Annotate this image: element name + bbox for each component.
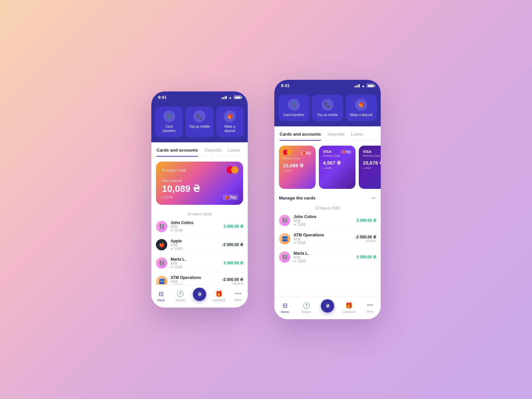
phone-small-screen: 9:41 ▲ 💱 Card transfers (151, 91, 248, 308)
history-icon: 🕐 (177, 290, 184, 298)
nav-more-large[interactable]: ••• More (359, 302, 381, 313)
txn-sub: ATM•• *2345 (294, 219, 353, 226)
battery-icon-large (367, 84, 374, 87)
make-deposit-btn-large[interactable]: 🎁 Make a deposit (346, 95, 377, 121)
txn-amount: 2 000.00 ₴ (223, 224, 243, 229)
phone-small: 9:41 ▲ 💱 Card transfers (151, 91, 248, 308)
home-icon-large: ⊟ (283, 302, 288, 309)
visa-icon-mini2: VISA (323, 150, 332, 154)
card-mini-num-2: •• 3489 (323, 167, 351, 170)
nav-home-small[interactable]: ⊟ Home (151, 290, 171, 302)
top-up-mobile-btn-small[interactable]: 📞 Top up mobile (186, 106, 213, 137)
tab-deposits-large[interactable]: Deposits (328, 132, 344, 141)
card-transfers-btn-small[interactable]: 💱 Card transfers (155, 106, 183, 137)
nav-history-large[interactable]: 🕐 History (296, 302, 317, 314)
top-up-mobile-icon-large: 📞 (322, 99, 333, 111)
tab-loans-small[interactable]: Loans (228, 148, 240, 157)
make-deposit-label-large: Make a deposit (350, 113, 372, 117)
txn-amount: 2 000.00 ₴ (356, 255, 376, 259)
table-row: 🍎 Apple ATM•• *2345 -2 000.00 ₴ (156, 236, 243, 254)
payments-fab-large[interactable]: ₴ (321, 299, 334, 313)
txn-name: ATM Operations (294, 233, 352, 237)
tab-deposits-small[interactable]: Deposits (204, 148, 221, 157)
table-row: 🏧 ATM Operations ATM•• *2345 -2 000.00 ₴… (156, 272, 243, 285)
applepay-mini1: 🍎Pay (301, 151, 312, 155)
nav-more-small[interactable]: ••• More (228, 290, 248, 302)
nav-cashback-large[interactable]: 🎁 Cashback (338, 302, 359, 314)
txn-amount-value: -2 000.00 ₴ (222, 242, 243, 247)
payments-fab[interactable]: ₴ (193, 288, 206, 301)
card-large-small[interactable]: Premium Gold Card balance 10,089 ₴ •• 27… (156, 162, 243, 205)
card-balance-amount-small: 10,089 ₴ (162, 183, 237, 194)
make-deposit-icon-large: 🎁 (355, 99, 367, 111)
signal-icon (221, 96, 227, 99)
card-mini-amount-1: 10,089 ₴ (283, 163, 312, 169)
txn-amount-value: 2 000.00 ₴ (356, 218, 376, 223)
nav-history-small[interactable]: 🕐 History (171, 290, 190, 302)
txn-info: John Colins ATM•• *2345 (294, 214, 353, 226)
txn-amount-sub: -39,99 £ (355, 239, 376, 243)
card-mini-amount-2: 4,567 ₴ (323, 160, 351, 166)
card-mini-label-2: Premium Gold (323, 154, 351, 157)
txn-sub: ATM•• *2749 (171, 225, 220, 232)
nav-home-label: Home (157, 299, 165, 302)
card-mini-2[interactable]: VISA 🍎Pay Premium Gold 4,567 ₴ •• 3489 (319, 146, 355, 189)
date-separator-small: 10 March 2020 (151, 209, 248, 217)
nav-cashback-label-large: Cashback (342, 310, 355, 314)
card-mini-label-1: Premium Gold (283, 157, 312, 160)
transaction-list-small: 💱 John Colins ATM•• *2749 2 000.00 ₴ 🍎 (151, 217, 248, 285)
manage-cards-row[interactable]: Manage the cards → (274, 192, 381, 203)
table-row: 💱 Marta L. ATM•• *2345 2 000.00 ₴ (156, 254, 243, 272)
make-deposit-label-small: Make a deposit (219, 124, 240, 133)
more-icon-large: ••• (367, 302, 373, 309)
tab-cards-accounts-large[interactable]: Cards and accounts (280, 132, 321, 141)
visa-icon-mini3: VISA (363, 150, 371, 154)
nav-payments-small[interactable]: ₴ (190, 288, 209, 304)
status-icons-large: ▲ (354, 84, 374, 88)
top-up-mobile-label-large: Top up mobile (317, 113, 338, 117)
nav-home-large[interactable]: ⊟ Home (274, 302, 296, 314)
card-balance-label-small: Card balance (162, 179, 237, 183)
txn-info: Apple ATM•• *2345 (171, 239, 219, 251)
avatar: 🏧 (156, 276, 167, 285)
avatar: 💱 (279, 251, 290, 263)
card-mini-1[interactable]: 🍎Pay Premium Gold 10,089 ₴ •• 2749 (279, 146, 316, 189)
table-row: 💱 Marta L. ATM•• *2345 2 000.00 ₴ (279, 248, 376, 266)
nav-cashback-small[interactable]: 🎁 Cashback (209, 290, 228, 302)
status-bar-small: 9:41 ▲ (151, 91, 248, 102)
battery-icon (234, 95, 241, 99)
manage-cards-arrow: → (371, 195, 376, 201)
txn-info: ATM Operations ATM•• *2345 (294, 233, 352, 245)
card-mini-3[interactable]: VISA 🍎Pay Premium Gold 15,678 ₴ •• 4567 (359, 146, 381, 189)
phone-large: 9:41 ▲ 💱 Card transfers (274, 80, 381, 319)
bottom-nav-large: ⊟ Home 🕐 History ₴ 🎁 Cashback (274, 296, 381, 319)
avatar: 💱 (156, 221, 167, 232)
txn-sub: ATM•• *2345 (171, 280, 219, 285)
top-up-mobile-btn-large[interactable]: 📞 Top up mobile (312, 95, 343, 121)
main-content-large: Cards and accounts Deposits Loans 🍎Pay (274, 126, 381, 319)
tab-loans-large[interactable]: Loans (351, 132, 363, 141)
txn-amount-sub: -39,99 £ (222, 282, 243, 285)
make-deposit-btn-small[interactable]: 🎁 Make a deposit (216, 106, 244, 137)
txn-name: Apple (171, 239, 219, 243)
signal-icon-large (354, 84, 360, 87)
phone-large-screen: 9:41 ▲ 💱 Card transfers (274, 80, 381, 319)
card-mini-label-3: Premium Gold (363, 154, 381, 157)
txn-sub: ATM•• *2345 (294, 256, 353, 263)
nav-more-label-large: More (367, 310, 374, 313)
avatar: 💱 (279, 215, 290, 226)
txn-info: ATM Operations ATM•• *2345 (171, 275, 219, 285)
card-mini-num-3: •• 4567 (363, 167, 381, 170)
tab-cards-accounts-small[interactable]: Cards and accounts (157, 148, 198, 157)
txn-info: John Colins ATM•• *2749 (171, 220, 220, 232)
card-mini-amount-3: 15,678 ₴ (363, 160, 381, 166)
more-icon: ••• (235, 290, 241, 297)
status-icons-small: ▲ (221, 95, 241, 99)
home-icon: ⊟ (159, 290, 164, 298)
card-transfers-btn-large[interactable]: 💱 Card transfers (278, 95, 309, 121)
txn-info: Marta L. ATM•• *2345 (171, 257, 220, 269)
tabs-large: Cards and accounts Deposits Loans (274, 126, 381, 141)
top-up-mobile-label-small: Top up mobile (189, 124, 210, 129)
txn-amount-value: -2 000.00 ₴ (222, 277, 243, 282)
nav-payments-large[interactable]: ₴ (317, 299, 338, 316)
